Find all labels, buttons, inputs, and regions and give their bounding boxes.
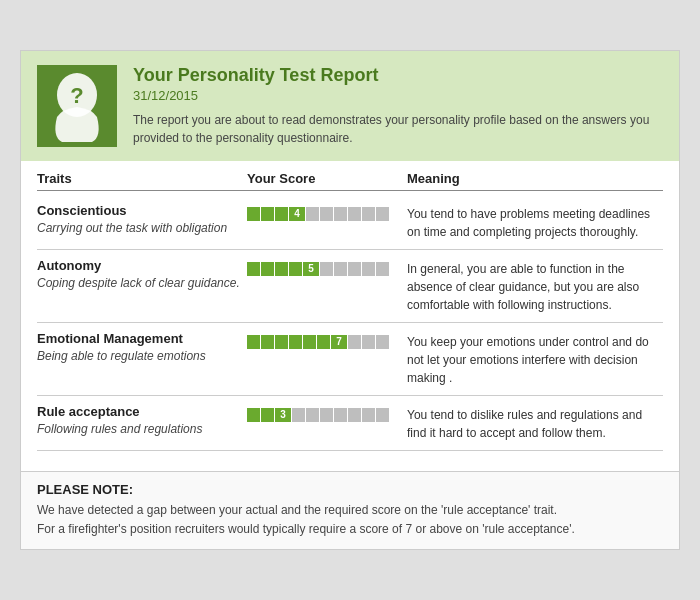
svg-text:?: ?: [70, 83, 83, 108]
note-lines: We have detected a gap between your actu…: [37, 501, 663, 539]
table-header: Traits Your Score Meaning: [37, 171, 663, 191]
note-section: PLEASE NOTE: We have detected a gap betw…: [21, 471, 679, 549]
note-title: PLEASE NOTE:: [37, 482, 663, 497]
report-header: ? Your Personality Test Report 31/12/201…: [21, 51, 679, 161]
report-date: 31/12/2015: [133, 88, 663, 103]
trait-cell: ConscientiousCarrying out the task with …: [37, 203, 247, 237]
report-content: Traits Your Score Meaning ConscientiousC…: [21, 161, 679, 467]
score-cell: 5: [247, 258, 407, 276]
trait-description: Being able to regulate emotions: [37, 348, 247, 365]
trait-name: Emotional Management: [37, 331, 247, 346]
col-traits: Traits: [37, 171, 247, 186]
col-score: Your Score: [247, 171, 407, 186]
header-text-block: Your Personality Test Report 31/12/2015 …: [133, 65, 663, 147]
trait-description: Carrying out the task with obligation: [37, 220, 247, 237]
trait-name: Autonomy: [37, 258, 247, 273]
score-bar: 7: [247, 335, 407, 349]
trait-name: Rule acceptance: [37, 404, 247, 419]
score-bar: 3: [247, 408, 407, 422]
trait-cell: Emotional ManagementBeing able to regula…: [37, 331, 247, 365]
report-description: The report you are about to read demonst…: [133, 111, 663, 147]
score-bar: 4: [247, 207, 407, 221]
score-cell: 4: [247, 203, 407, 221]
meaning-cell: You tend to have problems meeting deadli…: [407, 203, 663, 241]
report-card: ? Your Personality Test Report 31/12/201…: [20, 50, 680, 550]
score-cell: 3: [247, 404, 407, 422]
profile-icon: ?: [42, 67, 112, 145]
header-icon: ?: [37, 65, 117, 147]
score-bar: 5: [247, 262, 407, 276]
score-cell: 7: [247, 331, 407, 349]
trait-description: Coping despite lack of clear guidance.: [37, 275, 247, 292]
table-row: Rule acceptanceFollowing rules and regul…: [37, 396, 663, 451]
trait-name: Conscientious: [37, 203, 247, 218]
note-line: We have detected a gap between your actu…: [37, 501, 663, 520]
report-title: Your Personality Test Report: [133, 65, 663, 86]
trait-description: Following rules and regulations: [37, 421, 247, 438]
col-meaning: Meaning: [407, 171, 663, 186]
meaning-cell: You tend to dislike rules and regulation…: [407, 404, 663, 442]
meaning-cell: In general, you are able to function in …: [407, 258, 663, 314]
table-row: AutonomyCoping despite lack of clear gui…: [37, 250, 663, 323]
trait-cell: Rule acceptanceFollowing rules and regul…: [37, 404, 247, 438]
trait-rows: ConscientiousCarrying out the task with …: [37, 195, 663, 451]
meaning-cell: You keep your emotions under control and…: [407, 331, 663, 387]
table-row: ConscientiousCarrying out the task with …: [37, 195, 663, 250]
table-row: Emotional ManagementBeing able to regula…: [37, 323, 663, 396]
note-line: For a firefighter's position recruiters …: [37, 520, 663, 539]
trait-cell: AutonomyCoping despite lack of clear gui…: [37, 258, 247, 292]
